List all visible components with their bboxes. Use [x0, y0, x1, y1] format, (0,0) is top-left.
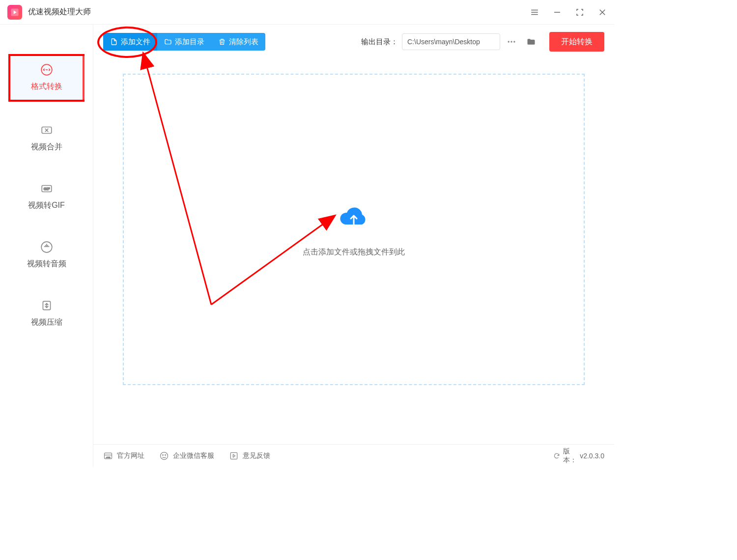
maximize-button[interactable]: [575, 8, 584, 17]
sidebar-item-gif[interactable]: GIF 视频转GIF: [8, 175, 85, 219]
gif-icon: GIF: [40, 182, 54, 196]
audio-icon: [40, 240, 54, 254]
app-title: 优速视频处理大师: [28, 7, 530, 17]
svg-point-19: [161, 452, 168, 459]
feedback-icon: [229, 451, 239, 461]
statusbar: .com 官方网址 企业微信客服 意见反馈 版本： v2.0.3.0: [93, 444, 614, 467]
wechat-support[interactable]: 企业微信客服: [159, 451, 214, 461]
add-file-label: 添加文件: [121, 37, 150, 47]
sidebar-item-label: 视频转GIF: [28, 200, 65, 211]
trash-icon: [218, 38, 226, 46]
folder-open-icon: [526, 37, 536, 47]
svg-point-20: [163, 454, 164, 455]
sidebar-item-label: 视频转音频: [27, 259, 66, 269]
start-convert-button[interactable]: 开始转换: [549, 32, 604, 52]
web-icon: .com: [103, 451, 113, 461]
feedback-label: 意见反馈: [243, 451, 270, 460]
svg-rect-22: [230, 452, 237, 459]
sidebar-item-label: 格式转换: [31, 82, 62, 92]
wechat-label: 企业微信客服: [173, 451, 214, 460]
output-dir-label: 输出目录：: [361, 37, 398, 47]
svg-text:.com: .com: [106, 456, 111, 458]
official-link[interactable]: .com 官方网址: [103, 451, 144, 461]
cloud-upload-icon: [337, 202, 371, 233]
folder-icon: [164, 38, 172, 46]
official-label: 官方网址: [117, 451, 144, 460]
sidebar-item-merge[interactable]: 视频合并: [8, 116, 85, 160]
sidebar: 格式转换 视频合并 GIF 视频转GIF 视频转音频 视频压缩: [0, 25, 93, 467]
wechat-icon: [159, 451, 169, 461]
start-label: 开始转换: [561, 37, 593, 47]
version-info[interactable]: 版本： v2.0.3.0: [553, 447, 604, 465]
toolbar: 添加文件 添加目录 清除列表 输出目录： C:\Users\mayn\Deskt…: [93, 25, 614, 59]
version-label: 版本：: [563, 447, 577, 465]
clear-list-button[interactable]: 清除列表: [211, 33, 265, 51]
add-folder-label: 添加目录: [175, 37, 204, 47]
convert-icon: [40, 63, 54, 77]
version-number: v2.0.3.0: [580, 452, 604, 460]
merge-icon: [40, 123, 54, 137]
add-folder-button[interactable]: 添加目录: [157, 33, 211, 51]
svg-text:GIF: GIF: [43, 187, 50, 191]
minimize-button[interactable]: [553, 8, 562, 17]
sidebar-item-label: 视频合并: [31, 142, 62, 152]
more-button[interactable]: [503, 33, 520, 50]
clear-list-label: 清除列表: [229, 37, 258, 47]
compress-icon: [40, 299, 54, 312]
add-file-button[interactable]: 添加文件: [103, 33, 157, 51]
close-button[interactable]: [598, 8, 607, 17]
menu-button[interactable]: [530, 8, 539, 17]
output-path-field[interactable]: C:\Users\mayn\Desktop: [402, 33, 500, 50]
sidebar-item-label: 视频压缩: [31, 317, 62, 328]
drop-hint-text: 点击添加文件或拖拽文件到此: [303, 247, 405, 257]
file-icon: [110, 38, 118, 46]
ellipsis-icon: [507, 37, 516, 47]
titlebar: 优速视频处理大师: [0, 0, 614, 25]
app-logo: [7, 5, 22, 20]
open-folder-button[interactable]: [523, 33, 539, 50]
drop-zone[interactable]: 点击添加文件或拖拽文件到此: [123, 74, 585, 385]
svg-point-13: [508, 41, 510, 42]
svg-point-15: [513, 41, 515, 42]
svg-point-21: [165, 454, 166, 455]
sidebar-item-format-convert[interactable]: 格式转换: [8, 54, 85, 102]
refresh-icon: [553, 452, 560, 459]
feedback-link[interactable]: 意见反馈: [229, 451, 270, 461]
sidebar-item-compress[interactable]: 视频压缩: [8, 292, 85, 336]
svg-point-14: [510, 41, 512, 42]
sidebar-item-audio[interactable]: 视频转音频: [8, 233, 85, 277]
